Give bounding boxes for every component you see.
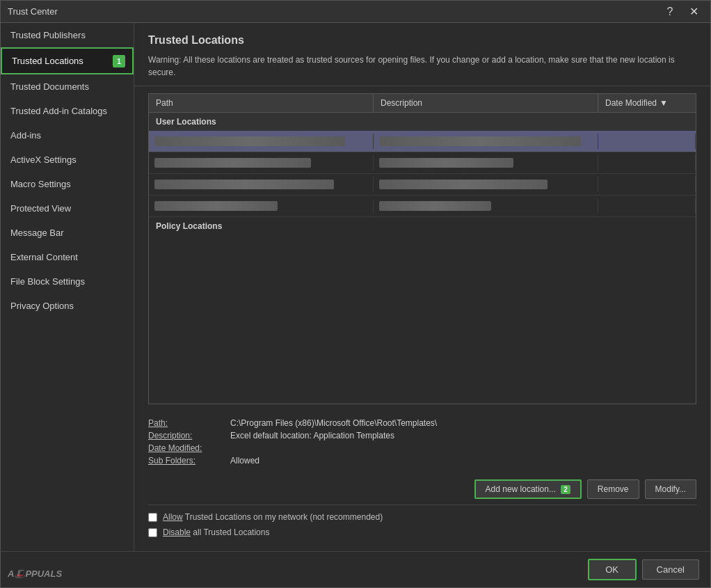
appuals-logo: A🎩PPUALS xyxy=(8,569,62,579)
dialog-title: Trust Center xyxy=(8,6,58,17)
sidebar-item-external-content[interactable]: External Content xyxy=(1,245,134,269)
description-value: Excel default location: Application Temp… xyxy=(230,431,394,440)
subfolders-detail-row: Sub Folders: Allowed xyxy=(148,456,696,466)
table-row[interactable] xyxy=(149,131,696,152)
user-locations-header: User Locations xyxy=(149,113,696,131)
panel-title: Trusted Locations xyxy=(148,34,696,47)
sidebar-item-protected-view[interactable]: Protected View xyxy=(1,196,134,221)
description-detail-row: Description: Excel default location: App… xyxy=(148,431,696,440)
panel-header: Trusted Locations Warning: All these loc… xyxy=(134,23,710,86)
sidebar-item-trusted-publishers[interactable]: Trusted Publishers xyxy=(1,23,134,47)
date-label: Date Modified: xyxy=(148,443,225,453)
col-description: Description xyxy=(374,94,598,112)
ok-button[interactable]: OK xyxy=(588,559,637,580)
path-label: Path: xyxy=(148,418,225,428)
description-label: Description: xyxy=(148,431,225,440)
sidebar-badge-trusted-locations: 1 xyxy=(113,55,125,67)
allow-network-label[interactable]: Allow Trusted Locations on my network (n… xyxy=(163,512,383,522)
table-row[interactable] xyxy=(149,174,696,196)
subfolders-label: Sub Folders: xyxy=(148,456,225,466)
path-value: C:\Program Files (x86)\Microsoft Office\… xyxy=(230,418,437,428)
disable-all-label[interactable]: Disable all Trusted Locations xyxy=(163,527,269,537)
content-area: Trusted PublishersTrusted Locations1Trus… xyxy=(1,23,710,551)
col-date[interactable]: Date Modified ▼ xyxy=(598,94,696,112)
sort-arrow-icon: ▼ xyxy=(660,98,668,108)
modify-button[interactable]: Modify... xyxy=(645,479,696,499)
panel-content: Path Description Date Modified ▼ User Lo… xyxy=(134,86,710,551)
sidebar-item-trusted-documents[interactable]: Trusted Documents xyxy=(1,74,134,99)
col-path: Path xyxy=(149,94,374,112)
date-detail-row: Date Modified: xyxy=(148,443,696,453)
path-detail-row: Path: C:\Program Files (x86)\Microsoft O… xyxy=(148,418,696,428)
footer: OK Cancel xyxy=(1,551,710,587)
add-location-button[interactable]: Add new location... 2 xyxy=(474,479,582,499)
table-header: Path Description Date Modified ▼ xyxy=(149,94,696,113)
sidebar-item-file-block[interactable]: File Block Settings xyxy=(1,269,134,294)
cancel-button[interactable]: Cancel xyxy=(642,559,699,580)
sidebar-item-trusted-locations[interactable]: Trusted Locations1 xyxy=(1,47,134,74)
disable-all-row: Disable all Trusted Locations xyxy=(148,525,696,540)
trust-center-dialog: Trust Center ? ✕ Trusted PublishersTrust… xyxy=(0,0,711,588)
close-button[interactable]: ✕ xyxy=(684,3,703,20)
sidebar-item-message-bar[interactable]: Message Bar xyxy=(1,221,134,245)
title-controls: ? ✕ xyxy=(660,3,703,20)
table-row[interactable] xyxy=(149,196,696,217)
sidebar-item-privacy[interactable]: Privacy Options xyxy=(1,294,134,318)
sidebar-item-addins[interactable]: Add-ins xyxy=(1,123,134,148)
disable-all-checkbox[interactable] xyxy=(148,528,157,537)
action-buttons: Add new location... 2 Remove Modify... xyxy=(148,474,696,504)
warning-text: Warning: All these locations are treated… xyxy=(148,54,696,79)
subfolders-value: Allowed xyxy=(230,456,259,466)
sidebar-item-macro[interactable]: Macro Settings xyxy=(1,172,134,196)
allow-network-checkbox[interactable] xyxy=(148,513,157,522)
checkboxes-area: Allow Trusted Locations on my network (n… xyxy=(148,504,696,544)
allow-network-row: Allow Trusted Locations on my network (n… xyxy=(148,509,696,525)
sidebar-item-activex[interactable]: ActiveX Settings xyxy=(1,148,134,172)
add-badge: 2 xyxy=(561,485,570,494)
remove-button[interactable]: Remove xyxy=(587,479,639,499)
details-area: Path: C:\Program Files (x86)\Microsoft O… xyxy=(148,413,696,474)
title-bar: Trust Center ? ✕ xyxy=(1,1,710,23)
sidebar-item-trusted-addins[interactable]: Trusted Add-in Catalogs xyxy=(1,99,134,123)
policy-locations-header: Policy Locations xyxy=(149,217,696,273)
locations-table: Path Description Date Modified ▼ User Lo… xyxy=(148,93,696,404)
help-button[interactable]: ? xyxy=(660,3,680,20)
sidebar: Trusted PublishersTrusted Locations1Trus… xyxy=(1,23,134,551)
main-panel: Trusted Locations Warning: All these loc… xyxy=(134,23,710,551)
table-row[interactable] xyxy=(149,152,696,174)
